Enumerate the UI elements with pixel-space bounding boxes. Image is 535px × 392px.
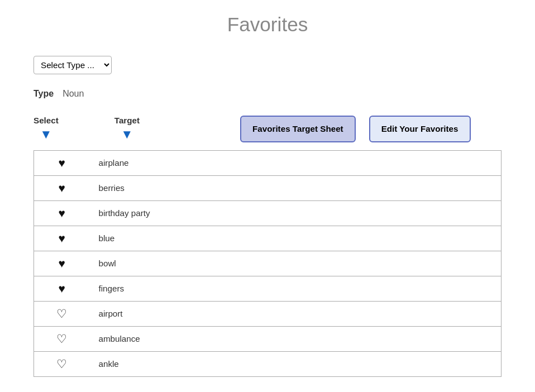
select-arrow-icon[interactable]: ▼ (40, 127, 52, 142)
item-name: ankle (90, 351, 501, 376)
table-row: ♡ambulance (34, 326, 501, 351)
select-dropdown-group: Select ▼ (34, 116, 59, 142)
heart-icon-cell[interactable]: ♥ (34, 276, 90, 301)
type-label: Type (34, 89, 54, 99)
target-arrow-icon[interactable]: ▼ (121, 127, 133, 142)
heart-icon-cell[interactable]: ♡ (34, 326, 90, 351)
heart-icon-cell[interactable]: ♡ (34, 351, 90, 376)
item-name: birthday party (90, 200, 501, 226)
item-name: fingers (90, 276, 501, 301)
heart-filled-icon[interactable]: ♥ (59, 282, 65, 295)
item-name: blue (90, 226, 501, 251)
controls-row: Select ▼ Target ▼ Favorites Target Sheet… (0, 110, 535, 150)
heart-icon-cell[interactable]: ♥ (34, 251, 90, 276)
buttons-area: Favorites Target Sheet Edit Your Favorit… (240, 116, 470, 142)
heart-icon-cell[interactable]: ♥ (34, 150, 90, 175)
heart-outline-icon[interactable]: ♡ (56, 307, 67, 320)
item-name: berries (90, 175, 501, 200)
heart-icon-cell[interactable]: ♥ (34, 226, 90, 251)
type-display-row: Type Noun (0, 83, 535, 110)
target-label: Target (114, 116, 140, 125)
heart-icon-cell[interactable]: ♥ (34, 200, 90, 226)
heart-filled-icon[interactable]: ♥ (59, 207, 65, 219)
heart-filled-icon[interactable]: ♥ (59, 232, 65, 245)
heart-icon-cell[interactable]: ♥ (34, 175, 90, 200)
item-name: ambulance (90, 326, 501, 351)
item-name: airplane (90, 150, 501, 175)
table-row: ♥fingers (34, 276, 501, 301)
heart-filled-icon[interactable]: ♥ (59, 181, 65, 194)
item-name: bowl (90, 251, 501, 276)
table-row: ♥berries (34, 175, 501, 200)
top-controls-area: Select Type ... Noun Verb Adjective (0, 47, 535, 83)
heart-outline-icon[interactable]: ♡ (56, 357, 67, 370)
table-row: ♥birthday party (34, 200, 501, 226)
table-row: ♡ankle (34, 351, 501, 376)
heart-outline-icon[interactable]: ♡ (56, 332, 67, 345)
favorites-table: ♥airplane♥berries♥birthday party♥blue♥bo… (34, 150, 501, 377)
table-row: ♥blue (34, 226, 501, 251)
target-dropdown-group: Target ▼ (114, 116, 140, 142)
favorites-target-button[interactable]: Favorites Target Sheet (240, 116, 356, 142)
edit-favorites-button[interactable]: Edit Your Favorites (369, 116, 471, 142)
page-title: Favorites (0, 0, 535, 47)
type-select[interactable]: Select Type ... Noun Verb Adjective (34, 56, 112, 74)
heart-icon-cell[interactable]: ♡ (34, 301, 90, 326)
select-label: Select (34, 116, 59, 125)
table-row: ♥airplane (34, 150, 501, 175)
item-name: airport (90, 301, 501, 326)
type-value: Noun (63, 89, 84, 99)
selects-area: Select ▼ Target ▼ (34, 116, 140, 142)
heart-filled-icon[interactable]: ♥ (59, 156, 65, 169)
heart-filled-icon[interactable]: ♥ (59, 257, 65, 270)
table-row: ♥bowl (34, 251, 501, 276)
table-row: ♡airport (34, 301, 501, 326)
